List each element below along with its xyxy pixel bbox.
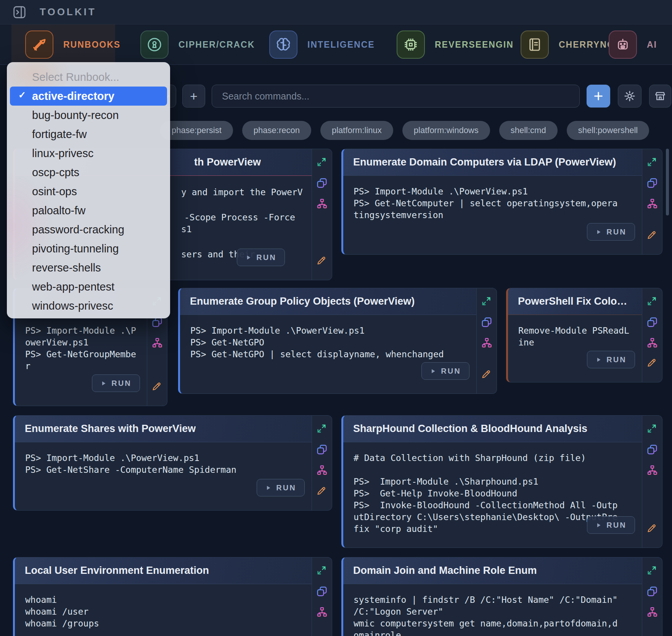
run-button[interactable]: RUN — [92, 374, 140, 392]
dropdown-option[interactable]: password-cracking — [7, 220, 170, 239]
card-title: Enumerate Domain Computers via LDAP (Pow… — [353, 156, 616, 168]
copy-icon[interactable] — [646, 177, 658, 189]
run-button[interactable]: RUN — [237, 249, 285, 266]
run-button[interactable]: RUN — [421, 362, 469, 380]
run-label: RUN — [606, 521, 626, 530]
card-header: Local User Environment Enumeration — [15, 557, 312, 584]
expand-icon[interactable] — [646, 565, 658, 577]
card-header: Enumerate Group Policy Objects (PowerVie… — [180, 288, 476, 315]
copy-icon[interactable] — [316, 586, 328, 597]
run-button[interactable]: RUN — [587, 516, 635, 534]
dropdown-option[interactable]: oscp-cpts — [7, 163, 170, 182]
edit-pencil-icon[interactable] — [646, 230, 658, 241]
dropdown-placeholder: Select Runbook... — [7, 67, 170, 87]
code-block: systeminfo | findstr /B /C:"Host Name" /… — [354, 594, 620, 636]
dropdown-option[interactable]: pivoting-tunneling — [7, 239, 170, 258]
card-action-strip — [312, 149, 332, 280]
expand-icon[interactable] — [316, 423, 328, 435]
dropdown-option[interactable]: reverse-shells — [7, 258, 170, 277]
dropdown-option[interactable]: windows-privesc — [7, 296, 170, 315]
filter-chip[interactable]: shell:cmd — [499, 121, 558, 140]
run-label: RUN — [606, 355, 626, 364]
edit-pencil-icon[interactable] — [646, 358, 658, 369]
settings-button[interactable] — [618, 85, 641, 108]
edit-pencil-icon[interactable] — [481, 369, 492, 381]
edit-pencil-icon[interactable] — [316, 255, 328, 267]
sitemap-icon[interactable] — [646, 198, 658, 209]
tab-inteligence[interactable]: INTELIGENCE — [269, 24, 375, 65]
code-block: PS> Import-Module .\PowerView.ps1 PS> Ge… — [25, 325, 138, 372]
card-body: PS> Import-Module .\PowerView.ps1 PS> Ge… — [15, 315, 147, 406]
scrollbar-thumb[interactable] — [666, 149, 669, 215]
add-command-button[interactable] — [587, 85, 610, 108]
runbook-dropdown: Select Runbook...✓active-directorybug-bo… — [7, 62, 170, 318]
lock-icon — [140, 31, 169, 59]
expand-icon[interactable] — [646, 296, 658, 307]
copy-icon[interactable] — [316, 444, 328, 455]
sitemap-icon[interactable] — [316, 606, 328, 618]
new-tab-button[interactable]: + — [182, 85, 205, 108]
copy-icon[interactable] — [481, 316, 492, 328]
panel-toggle-icon[interactable] — [12, 5, 27, 19]
sitemap-icon[interactable] — [646, 337, 658, 349]
filter-chip[interactable]: shell:powershell — [567, 121, 649, 140]
tab-label: INTELIGENCE — [307, 40, 375, 50]
filter-chip[interactable]: phase:persist — [160, 121, 233, 140]
filter-chip[interactable]: platform:linux — [320, 121, 393, 140]
dropdown-option[interactable]: osint-ops — [7, 182, 170, 201]
card-header: Enumerate Domain Computers via LDAP (Pow… — [343, 149, 642, 176]
sitemap-icon[interactable] — [151, 337, 163, 349]
tab-label: REVERSEENGIN — [435, 40, 514, 50]
copy-icon[interactable] — [646, 316, 658, 328]
dropdown-option[interactable]: fortigate-fw — [7, 125, 170, 144]
command-card: Enumerate Domain Computers via LDAP (Pow… — [341, 149, 662, 255]
expand-icon[interactable] — [316, 157, 328, 168]
edit-pencil-icon[interactable] — [151, 381, 163, 393]
sitemap-icon[interactable] — [646, 464, 658, 476]
sitemap-icon[interactable] — [481, 337, 492, 349]
run-button[interactable]: RUN — [587, 351, 635, 368]
command-card: Enumerate Shares with PowerViewPS> Impor… — [13, 415, 332, 511]
tab-reverseengin[interactable]: REVERSEENGIN — [397, 24, 514, 65]
expand-icon[interactable] — [481, 296, 492, 307]
copy-icon[interactable] — [646, 444, 658, 455]
card-action-strip — [642, 416, 662, 548]
run-label: RUN — [441, 367, 461, 376]
tab-label: CIPHER/CRACK — [178, 40, 255, 50]
app-title: TOOLKIT — [40, 6, 96, 18]
card-action-strip — [476, 288, 497, 393]
search-input[interactable] — [212, 85, 580, 108]
dropdown-option[interactable]: paloalto-fw — [7, 201, 170, 220]
card-main: PowerShell Fix Colo…Remove-Module PSRead… — [508, 288, 642, 382]
expand-icon[interactable] — [646, 423, 658, 435]
dropdown-option[interactable]: bug-bounty-recon — [7, 106, 170, 125]
dropdown-option[interactable]: web-app-pentest — [7, 277, 170, 296]
dropdown-option[interactable]: ✓active-directory — [10, 87, 167, 106]
sitemap-icon[interactable] — [646, 606, 658, 618]
filter-chip[interactable]: phase:recon — [242, 121, 311, 140]
run-button[interactable]: RUN — [587, 223, 635, 241]
tab-ai[interactable]: AI — [609, 24, 657, 65]
edit-pencil-icon[interactable] — [316, 486, 328, 497]
copy-icon[interactable] — [316, 177, 328, 189]
expand-icon[interactable] — [316, 565, 328, 577]
expand-icon[interactable] — [646, 157, 658, 168]
tab-cipher-crack[interactable]: CIPHER/CRACK — [140, 24, 255, 65]
card-main: Enumerate Shares with PowerViewPS> Impor… — [15, 416, 312, 510]
copy-icon[interactable] — [646, 586, 658, 597]
code-fragment: s1 — [181, 224, 192, 234]
card-body: PS> Import-Module .\PowerView.ps1 PS> Ge… — [343, 176, 642, 254]
card-action-strip — [642, 288, 662, 382]
tab-runbooks[interactable]: RUNBOOKS — [25, 24, 121, 65]
card-action-strip — [642, 557, 662, 636]
edit-pencil-icon[interactable] — [646, 523, 658, 535]
sitemap-icon[interactable] — [316, 464, 328, 476]
filter-chip[interactable]: platform:windows — [402, 121, 490, 140]
store-button[interactable] — [649, 85, 671, 108]
card-title: Domain Join and Machine Role Enum — [353, 565, 537, 577]
run-button[interactable]: RUN — [257, 479, 305, 496]
sitemap-icon[interactable] — [316, 198, 328, 209]
notebook-icon — [521, 31, 549, 59]
main-nav: RUNBOOKSCIPHER/CRACKINTELIGENCEREVERSEEN… — [0, 24, 672, 65]
dropdown-option[interactable]: linux-privesc — [7, 144, 170, 163]
